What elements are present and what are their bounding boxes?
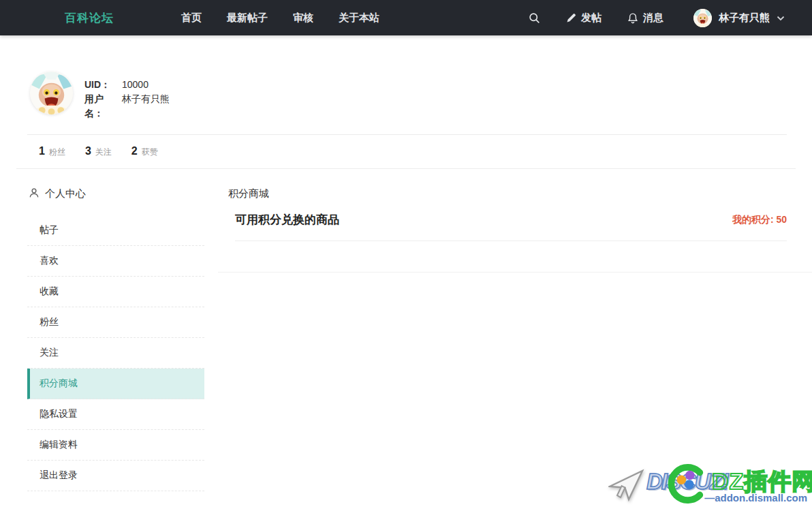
sidebar-title-label: 个人中心: [45, 187, 86, 200]
messages-label: 消息: [643, 12, 663, 25]
nav-item-latest-posts[interactable]: 最新帖子: [227, 12, 268, 25]
main-panel: 积分商城 可用积分兑换的商品 我的积分: 50: [218, 169, 812, 491]
uid-label: UID：: [84, 78, 122, 92]
nav-item-about[interactable]: 关于本站: [339, 12, 379, 25]
username-label: 用户名：: [84, 92, 122, 121]
user-avatar: [693, 9, 712, 27]
stat-followers-label: 粉丝: [49, 146, 65, 158]
sidebar-item-favorites[interactable]: 收藏: [27, 277, 204, 307]
sidebar-item-likes[interactable]: 喜欢: [27, 246, 204, 277]
uid-value: 10000: [122, 78, 149, 92]
sidebar-title: 个人中心: [27, 187, 204, 200]
profile-uid-row: UID： 10000: [84, 78, 170, 92]
person-icon: [29, 187, 40, 200]
sidebar-item-edit-profile[interactable]: 编辑资料: [27, 430, 204, 461]
shop-section-title: 可用积分兑换的商品: [235, 212, 339, 228]
new-post-label: 发帖: [581, 12, 602, 25]
sidebar-item-following[interactable]: 关注: [27, 338, 204, 369]
sidebar-item-posts[interactable]: 帖子: [27, 215, 204, 246]
watermark-domain: —addon.dismall.com: [704, 492, 807, 504]
stat-following-value: 3: [85, 145, 91, 157]
content: 个人中心 帖子 喜欢 收藏 粉丝 关注 积分商城 隐私设置 编辑资料 退出登录 …: [27, 169, 812, 491]
navbar: 百科论坛 首页 最新帖子 审核 关于本站 发帖: [0, 0, 812, 35]
profile-stats: 1 粉丝 3 关注 2 获赞: [27, 135, 812, 168]
shop-header: 可用积分兑换的商品 我的积分: 50: [235, 212, 787, 241]
nav-item-review[interactable]: 审核: [293, 12, 313, 25]
new-post-button[interactable]: 发帖: [566, 12, 602, 25]
navbar-right: 发帖 消息: [529, 9, 785, 27]
user-menu-name: 林子有只熊: [719, 12, 770, 25]
sidebar-item-followers[interactable]: 粉丝: [27, 307, 204, 338]
profile-header: UID： 10000 用户名： 林子有只熊: [27, 35, 812, 121]
username-value: 林子有只熊: [122, 92, 170, 121]
profile-avatar[interactable]: [30, 72, 73, 114]
stat-following-label: 关注: [95, 146, 112, 158]
site-logo[interactable]: 百科论坛: [65, 10, 114, 26]
sidebar-item-privacy-settings[interactable]: 隐私设置: [27, 399, 204, 430]
profile-info: UID： 10000 用户名： 林子有只熊: [84, 78, 170, 121]
user-menu[interactable]: 林子有只熊: [693, 9, 785, 27]
search-icon[interactable]: [529, 12, 540, 24]
sidebar: 个人中心 帖子 喜欢 收藏 粉丝 关注 积分商城 隐私设置 编辑资料 退出登录: [27, 169, 204, 491]
nav-links: 首页 最新帖子 审核 关于本站: [181, 12, 379, 25]
sidebar-item-logout[interactable]: 退出登录: [27, 461, 204, 491]
stat-followers[interactable]: 1 粉丝: [39, 145, 65, 158]
stat-likes-label: 获赞: [142, 146, 158, 158]
pencil-icon: [566, 13, 576, 23]
my-points-badge: 我的积分: 50: [732, 214, 787, 226]
stat-following[interactable]: 3 关注: [85, 145, 112, 158]
page: UID： 10000 用户名： 林子有只熊 1 粉丝 3 关注 2 获赞: [0, 35, 812, 491]
stat-likes-value: 2: [131, 145, 138, 157]
messages-button[interactable]: 消息: [627, 12, 663, 25]
stat-followers-value: 1: [39, 145, 45, 157]
nav-item-home[interactable]: 首页: [181, 12, 202, 25]
stat-likes[interactable]: 2 获赞: [131, 145, 158, 158]
shop-empty-area: [218, 241, 812, 273]
bell-icon: [627, 12, 638, 24]
chevron-down-icon: [777, 12, 785, 24]
sidebar-item-points-shop[interactable]: 积分商城: [27, 369, 204, 399]
breadcrumb: 积分商城: [218, 169, 812, 202]
navbar-inner: 百科论坛 首页 最新帖子 审核 关于本站 发帖: [0, 0, 812, 35]
profile-username-row: 用户名： 林子有只熊: [84, 92, 170, 121]
